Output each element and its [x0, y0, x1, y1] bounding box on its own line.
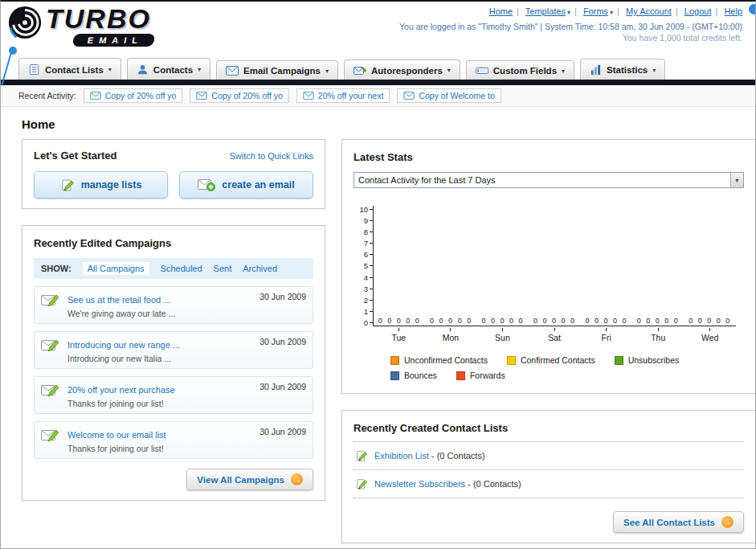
create-email-button[interactable]: create an email: [179, 171, 313, 199]
logo-text: TURBO EMAIL: [46, 5, 154, 47]
campaign-row[interactable]: Welcome to our email list Thanks for joi…: [34, 421, 313, 459]
legend-swatch: [507, 356, 516, 365]
envelope-icon: [403, 92, 415, 100]
envelope-pencil-icon: [41, 382, 60, 398]
contacts-icon: [137, 64, 149, 76]
chevron-down-icon: ▾: [567, 9, 570, 16]
campaign-title-link[interactable]: 20% off your next purchase: [67, 385, 175, 395]
campaign-row[interactable]: 20% off your next purchase Thanks for jo…: [34, 376, 313, 414]
get-started-buttons: manage lists create an email: [34, 171, 313, 199]
link-templates-label: Templates: [525, 6, 566, 16]
contact-list-item[interactable]: Newsletter Subscribers - (0 Contacts): [353, 470, 744, 498]
chevron-down-icon: ▾: [325, 68, 329, 75]
see-all-contact-lists-button[interactable]: See All Contact Lists →: [613, 511, 744, 533]
chevron-down-icon: ▼: [730, 173, 743, 187]
campaign-filter-tabs: SHOW: All Campaigns Scheduled Sent Archi…: [34, 258, 313, 279]
campaign-row[interactable]: Introducing our new range ... Introducin…: [34, 331, 313, 369]
campaign-subtitle: Introducing our new Italia ...: [67, 354, 252, 363]
chart-y-tick-label: 0: [353, 319, 373, 326]
contact-list-link[interactable]: Exhibition List: [374, 451, 429, 461]
view-all-campaigns-button[interactable]: View All Campaigns →: [186, 469, 313, 490]
chart-x-tick-label: Fri: [580, 328, 632, 342]
create-email-label: create an email: [222, 179, 294, 191]
chart-legend-item: Unconfirmed Contacts: [390, 355, 488, 365]
chart-bar-value-group: 0 0 0 0 0: [581, 317, 632, 325]
recent-activity-link[interactable]: Copy of Welcome to: [419, 91, 494, 100]
campaign-title-link[interactable]: See us at the retail food ...: [67, 295, 170, 305]
tab-scheduled[interactable]: Scheduled: [161, 264, 202, 273]
campaign-text: Introducing our new range ... Introducin…: [67, 337, 252, 363]
manage-lists-label: manage lists: [81, 179, 142, 191]
recent-activity-item[interactable]: Copy of 20% off yo: [190, 88, 289, 103]
nav-tab-email-campaigns[interactable]: Email Campaigns ▾: [216, 60, 338, 80]
tab-archived[interactable]: Archived: [243, 264, 277, 273]
nav-tab-contact-lists[interactable]: Contact Lists ▾: [18, 58, 121, 80]
contact-activity-chart: 109876543210 0 0 0 0 00 0 0 0 00 0 0 0 0…: [353, 206, 744, 380]
campaign-title-link[interactable]: Welcome to our email list: [67, 430, 166, 440]
tab-all-campaigns[interactable]: All Campaigns: [83, 262, 149, 275]
campaign-row[interactable]: See us at the retail food ... We're givi…: [34, 286, 313, 324]
nav-tab-statistics[interactable]: Statistics ▾: [580, 59, 665, 80]
link-templates[interactable]: Templates▾: [525, 6, 570, 16]
contact-list-link[interactable]: Newsletter Subscribers: [374, 479, 465, 489]
nav-tabs: Contact Lists ▾ Contacts ▾ Email Campaig…: [18, 58, 755, 80]
chart-y-tick-label: 9: [353, 217, 373, 224]
chevron-down-icon: ▾: [198, 66, 201, 73]
view-all-campaigns-label: View All Campaigns: [197, 475, 284, 485]
contact-lists-footer: See All Contact Lists →: [353, 511, 744, 533]
chevron-down-icon: ▾: [562, 68, 565, 75]
chart-bar-value-group: 0 0 0 0 0: [477, 317, 529, 325]
link-forms[interactable]: Forms▾: [583, 6, 613, 16]
tab-sent[interactable]: Sent: [214, 264, 232, 273]
chart-y-tick-label: 3: [353, 285, 373, 293]
contact-list-item[interactable]: Exhibition List - (0 Contacts): [353, 442, 744, 470]
campaigns-footer: View All Campaigns →: [34, 469, 313, 490]
chart-legend-item: Bounces: [390, 371, 437, 380]
logo-swirl-icon: [7, 5, 43, 40]
chart-legend: Unconfirmed ContactsConfirmed ContactsUn…: [390, 355, 736, 380]
chevron-down-icon: ▾: [610, 9, 613, 16]
link-my-account[interactable]: My Account: [626, 6, 672, 16]
contact-lists-icon: [28, 64, 40, 76]
separator: |: [617, 6, 619, 16]
corner-dot: [749, 4, 756, 14]
legend-swatch: [615, 356, 623, 365]
nav-tab-contacts[interactable]: Contacts ▾: [127, 58, 210, 80]
separator: |: [574, 6, 577, 16]
manage-lists-button[interactable]: manage lists: [34, 171, 168, 199]
credits-info: You have 1,000 total credits left.: [399, 33, 742, 43]
recent-activity-link[interactable]: 20% off your next: [318, 91, 384, 100]
chart-y-tick-label: 1: [353, 308, 373, 315]
chart-bar-value-group: 0 0 0 0 0: [529, 317, 580, 325]
link-help[interactable]: Help: [724, 6, 742, 16]
nav-tab-custom-fields[interactable]: Custom Fields ▾: [466, 60, 574, 80]
chart-legend-item: Unsubscribes: [615, 355, 680, 365]
envelope-pencil-icon: [41, 427, 60, 443]
recent-activity-item[interactable]: 20% off your next: [296, 88, 390, 103]
pencil-icon: [355, 477, 368, 490]
autoresponders-icon: [353, 65, 366, 76]
chart-plot-area: 0 0 0 0 00 0 0 0 00 0 0 0 00 0 0 0 00 0 …: [373, 206, 736, 326]
switch-to-quick-links[interactable]: Switch to Quick Links: [229, 151, 313, 161]
main-nav: Contact Lists ▾ Contacts ▾ Email Campaig…: [1, 55, 755, 85]
campaign-date: 30 Jun 2009: [259, 292, 306, 301]
recent-activity-item[interactable]: Copy of Welcome to: [397, 88, 501, 103]
chart-value-labels: 0 0 0 0 00 0 0 0 00 0 0 0 00 0 0 0 00 0 …: [374, 317, 736, 325]
chart-y-tick-label: 7: [353, 240, 373, 247]
content-columns: Let's Get Started Switch to Quick Links …: [1, 139, 755, 549]
right-column: Latest Stats Contact Activity for the La…: [341, 139, 756, 549]
recent-activity-link[interactable]: Copy of 20% off yo: [211, 91, 283, 100]
nav-tab-label: Contacts: [153, 65, 193, 75]
contact-lists-header: Recently Created Contact Lists: [353, 420, 744, 442]
recent-activity-item[interactable]: Copy of 20% off yo: [84, 88, 183, 103]
link-home[interactable]: Home: [489, 6, 513, 16]
link-forms-label: Forms: [583, 6, 608, 16]
chart-y-tick-label: 2: [353, 297, 373, 304]
link-logout[interactable]: Logout: [684, 6, 712, 16]
campaign-title-link[interactable]: Introducing our new range ...: [67, 340, 180, 350]
latest-stats-panel: Latest Stats Contact Activity for the La…: [341, 139, 756, 394]
recent-contact-lists-panel: Recently Created Contact Lists Exhibitio…: [341, 410, 756, 543]
nav-tab-autoresponders[interactable]: Autoresponders ▾: [344, 59, 460, 80]
stats-range-select[interactable]: Contact Activity for the Last 7 Days ▼: [353, 172, 744, 188]
recent-activity-link[interactable]: Copy of 20% off yo: [105, 91, 177, 100]
